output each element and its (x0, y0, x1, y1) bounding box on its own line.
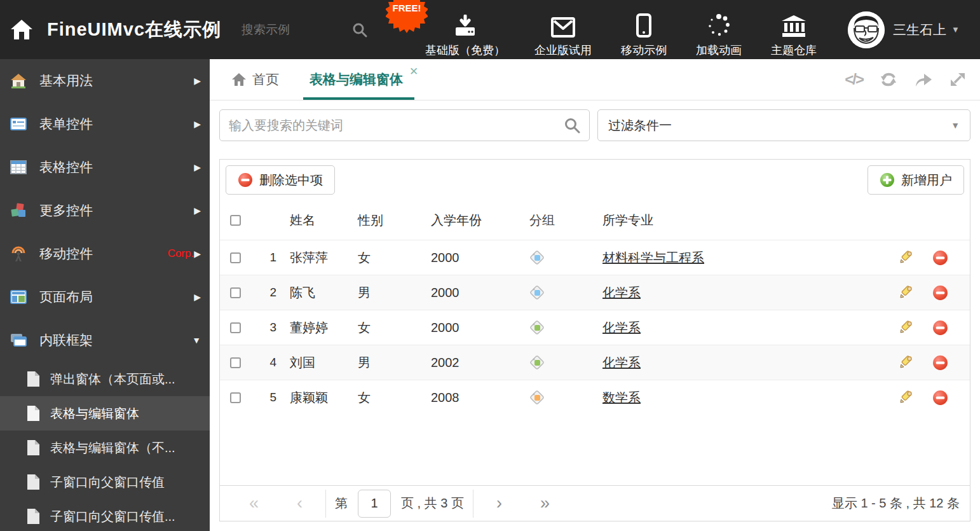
prev-page-button[interactable]: ‹ (297, 495, 303, 512)
spinner-icon (707, 12, 731, 38)
user-menu[interactable]: 三生石上 ▼ (848, 11, 960, 48)
home-icon (231, 72, 247, 86)
tag-icon (529, 355, 545, 370)
row-checkbox[interactable] (230, 252, 241, 263)
row-checkbox[interactable] (230, 392, 241, 403)
user-table: 姓名 性别 入学年份 分组 所学专业 1 张萍萍 女 2000 材料科学与工程系 (220, 200, 970, 415)
row-checkbox[interactable] (230, 322, 241, 333)
cubes-icon (10, 202, 27, 219)
sidebar-item-grid-controls[interactable]: 表格控件 ▶ (0, 146, 210, 189)
delete-selected-button[interactable]: 删除选中项 (226, 165, 335, 195)
delete-icon[interactable] (920, 250, 960, 266)
column-header-group[interactable]: 分组 (529, 212, 602, 229)
refresh-icon[interactable] (880, 71, 897, 88)
chevron-down-icon: ▼ (951, 120, 960, 130)
edit-icon[interactable] (891, 390, 920, 405)
major-link[interactable]: 化学系 (602, 286, 641, 300)
sidebar-subitem-grid-edit-window[interactable]: 表格与编辑窗体 (0, 396, 210, 431)
nav-label: 加载动画 (696, 43, 742, 58)
first-page-button[interactable]: « (249, 495, 259, 512)
tab-grid-edit-window[interactable]: 表格与编辑窗体 ✕ (303, 59, 425, 100)
edit-icon[interactable] (891, 250, 920, 265)
column-header-name[interactable]: 姓名 (280, 212, 358, 229)
filter-dropdown-value: 过滤条件一 (608, 117, 951, 134)
avatar[interactable] (848, 11, 885, 48)
frames-icon (10, 332, 27, 348)
page-prefix: 第 (335, 495, 348, 512)
column-header-gender[interactable]: 性别 (358, 212, 431, 229)
corp-badge: Corp. (168, 247, 194, 260)
edit-icon[interactable] (891, 320, 920, 335)
table-row[interactable]: 5 康颖颖 女 2008 数学系 (220, 380, 970, 415)
table-icon (10, 159, 27, 176)
sidebar-item-more-controls[interactable]: 更多控件 ▶ (0, 189, 210, 232)
source-code-icon[interactable]: </> (845, 71, 863, 88)
chevron-right-icon: ▶ (194, 205, 201, 216)
major-link[interactable]: 材料科学与工程系 (602, 251, 704, 265)
search-icon[interactable] (564, 117, 580, 134)
edit-icon[interactable] (891, 355, 920, 370)
chevron-down-icon: ▼ (951, 25, 960, 34)
layout-icon (10, 289, 27, 305)
header-search[interactable] (242, 22, 369, 38)
nav-item-theme-store[interactable]: 主题仓库 (771, 2, 817, 58)
sidebar-item-form-controls[interactable]: 表单控件 ▶ (0, 102, 210, 146)
add-user-button[interactable]: 新增用户 (868, 165, 964, 195)
tab-tools: </> (828, 59, 966, 100)
nav-item-mobile-demo[interactable]: 移动示例 (621, 2, 667, 58)
table-row[interactable]: 4 刘国 男 2002 化学系 (220, 345, 970, 380)
sidebar-item-inline-frame[interactable]: 内联框架 ▼ (0, 319, 210, 362)
tag-icon (529, 320, 545, 335)
nav-item-basic-free[interactable]: FREE! 基础版（免费） (425, 2, 505, 58)
header-nav: FREE! 基础版（免费） 企业版试用 (411, 2, 831, 58)
chevron-right-icon: ▶ (194, 162, 201, 172)
major-link[interactable]: 化学系 (602, 321, 641, 334)
sidebar-subitem-grid-edit-window-no[interactable]: 表格与编辑窗体（不... (0, 431, 210, 465)
last-page-button[interactable]: » (540, 495, 550, 512)
app-title: FineUIMvc在线示例 (47, 17, 221, 43)
row-checkbox[interactable] (230, 287, 241, 298)
row-checkbox[interactable] (230, 357, 241, 368)
delete-icon[interactable] (920, 285, 960, 301)
next-page-button[interactable]: › (496, 495, 502, 512)
column-header-major[interactable]: 所学专业 (602, 212, 891, 229)
table-row[interactable]: 2 陈飞 男 2000 化学系 (220, 275, 970, 310)
filter-dropdown[interactable]: 过滤条件一 ▼ (597, 109, 970, 141)
sidebar-item-page-layout[interactable]: 页面布局 ▶ (0, 275, 210, 319)
column-header-year[interactable]: 入学年份 (431, 212, 529, 229)
table-header-row: 姓名 性别 入学年份 分组 所学专业 (220, 200, 970, 240)
delete-icon[interactable] (920, 390, 960, 406)
close-icon[interactable]: ✕ (409, 65, 418, 78)
filter-row: 过滤条件一 ▼ (219, 109, 970, 141)
keyword-search-box[interactable] (219, 109, 590, 141)
tab-bar: 首页 表格与编辑窗体 ✕ </> (210, 59, 980, 100)
sidebar-subitem-child-to-parent-2[interactable]: 子窗口向父窗口传值... (0, 499, 210, 531)
major-link[interactable]: 化学系 (602, 355, 641, 369)
sidebar-subitem-popup-window[interactable]: 弹出窗体（本页面或... (0, 362, 210, 396)
pagination-bar: « ‹ 第 页 , 共 3 页 › » 显示 1 - 5 条 , 共 12 条 (220, 485, 970, 521)
header-search-input[interactable] (242, 23, 343, 37)
sidebar-item-mobile-controls[interactable]: 移动控件 Corp. ▶ (0, 232, 210, 275)
mobile-icon (636, 12, 651, 38)
page-suffix: 页 , 共 3 页 (401, 495, 464, 512)
sidebar-subitem-child-to-parent[interactable]: 子窗口向父窗口传值 (0, 465, 210, 499)
page-number-input[interactable] (358, 490, 391, 518)
keyword-search-input[interactable] (229, 118, 564, 133)
delete-icon[interactable] (920, 320, 960, 336)
table-row[interactable]: 3 董婷婷 女 2000 化学系 (220, 310, 970, 345)
nav-item-enterprise-trial[interactable]: 企业版试用 (534, 2, 592, 58)
brand[interactable]: FineUIMvc在线示例 (10, 17, 221, 43)
minus-circle-icon (238, 172, 253, 188)
sidebar-item-basic-usage[interactable]: 基本用法 ▶ (0, 59, 210, 102)
table-row[interactable]: 1 张萍萍 女 2000 材料科学与工程系 (220, 240, 970, 275)
edit-icon[interactable] (891, 285, 920, 300)
open-in-new-window-icon[interactable] (914, 71, 933, 88)
search-icon[interactable] (352, 22, 367, 38)
delete-icon[interactable] (920, 355, 960, 371)
major-link[interactable]: 数学系 (602, 390, 641, 404)
maximize-icon[interactable] (949, 71, 966, 88)
tab-home[interactable]: 首页 (229, 59, 282, 100)
select-all-checkbox[interactable] (230, 215, 241, 226)
nav-item-loading-animation[interactable]: 加载动画 (696, 2, 742, 58)
chevron-right-icon: ▶ (194, 76, 201, 86)
